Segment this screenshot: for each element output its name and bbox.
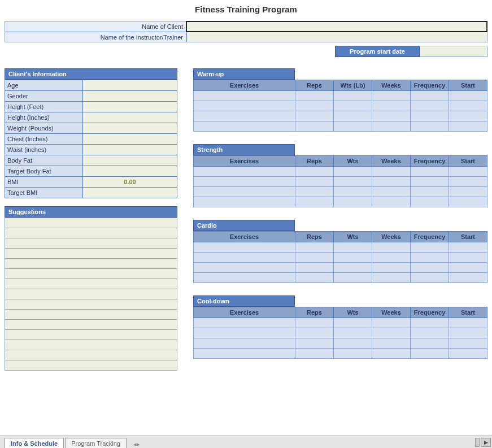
program-start-date-input[interactable] [420,46,487,57]
exercise-cell[interactable] [372,111,411,121]
exercise-cell[interactable] [411,197,449,207]
exercise-cell[interactable] [411,111,449,121]
exercise-cell[interactable] [194,338,295,349]
exercise-cell[interactable] [449,187,487,197]
exercise-cell[interactable] [295,242,334,253]
info-row-value[interactable] [83,112,177,123]
suggestion-cell[interactable] [5,259,177,269]
exercise-cell[interactable] [372,101,411,111]
exercise-cell[interactable] [372,177,411,187]
exercise-cell[interactable] [372,349,411,359]
suggestion-cell[interactable] [5,218,177,228]
exercise-cell[interactable] [372,318,411,328]
exercise-cell[interactable] [372,197,411,207]
exercise-cell[interactable] [372,338,411,349]
exercise-cell[interactable] [411,273,449,283]
info-row-value[interactable]: 0.00 [83,177,177,188]
info-row-value[interactable] [83,80,177,91]
exercise-cell[interactable] [295,177,334,187]
exercise-cell[interactable] [334,91,372,101]
exercise-cell[interactable] [449,338,487,349]
suggestion-cell[interactable] [5,310,177,320]
suggestion-cell[interactable] [5,340,177,350]
exercise-cell[interactable] [334,197,372,207]
info-row-value[interactable] [83,91,177,102]
exercise-cell[interactable] [449,273,487,283]
exercise-cell[interactable] [295,318,334,328]
exercise-cell[interactable] [334,167,372,177]
tab-program-tracking[interactable]: Program Tracking [65,438,127,448]
exercise-cell[interactable] [411,177,449,187]
exercise-cell[interactable] [449,177,487,187]
exercise-cell[interactable] [449,111,487,121]
exercise-cell[interactable] [411,318,449,328]
exercise-cell[interactable] [295,273,334,283]
exercise-cell[interactable] [194,349,295,359]
exercise-cell[interactable] [411,91,449,101]
info-row-value[interactable] [83,145,177,155]
exercise-cell[interactable] [372,328,411,338]
scroll-right-button[interactable]: ▶ [481,438,491,447]
exercise-cell[interactable] [334,253,372,263]
client-name-input[interactable] [186,21,487,32]
exercise-cell[interactable] [372,253,411,263]
exercise-cell[interactable] [411,187,449,197]
exercise-cell[interactable] [372,91,411,101]
exercise-cell[interactable] [194,318,295,328]
exercise-cell[interactable] [372,187,411,197]
exercise-cell[interactable] [372,121,411,132]
exercise-cell[interactable] [411,349,449,359]
exercise-cell[interactable] [194,253,295,263]
exercise-cell[interactable] [449,167,487,177]
suggestion-cell[interactable] [5,289,177,299]
exercise-cell[interactable] [449,242,487,253]
exercise-cell[interactable] [372,242,411,253]
suggestion-cell[interactable] [5,238,177,249]
suggestion-cell[interactable] [5,320,177,330]
exercise-cell[interactable] [334,338,372,349]
exercise-cell[interactable] [295,187,334,197]
exercise-cell[interactable] [372,263,411,273]
suggestion-cell[interactable] [5,249,177,259]
exercise-cell[interactable] [295,349,334,359]
suggestion-cell[interactable] [5,299,177,310]
exercise-cell[interactable] [449,121,487,132]
exercise-cell[interactable] [411,263,449,273]
exercise-cell[interactable] [411,242,449,253]
suggestion-cell[interactable] [5,360,177,371]
exercise-cell[interactable] [194,328,295,338]
exercise-cell[interactable] [295,111,334,121]
suggestion-cell[interactable] [5,269,177,279]
suggestion-cell[interactable] [5,279,177,289]
exercise-cell[interactable] [194,197,295,207]
exercise-cell[interactable] [295,197,334,207]
exercise-cell[interactable] [194,167,295,177]
exercise-cell[interactable] [295,263,334,273]
exercise-cell[interactable] [411,253,449,263]
exercise-cell[interactable] [194,273,295,283]
info-row-value[interactable] [83,102,177,112]
exercise-cell[interactable] [194,121,295,132]
exercise-cell[interactable] [295,101,334,111]
exercise-cell[interactable] [334,101,372,111]
exercise-cell[interactable] [295,121,334,132]
tab-info-schedule[interactable]: Info & Schedule [5,438,64,448]
exercise-cell[interactable] [411,121,449,132]
info-row-value[interactable] [83,166,177,177]
tab-options-icon[interactable]: ◂▸ [130,441,143,448]
suggestion-cell[interactable] [5,228,177,238]
trainer-name-input[interactable] [186,32,487,42]
exercise-cell[interactable] [334,242,372,253]
exercise-cell[interactable] [334,187,372,197]
exercise-cell[interactable] [449,101,487,111]
exercise-cell[interactable] [449,197,487,207]
exercise-cell[interactable] [449,91,487,101]
exercise-cell[interactable] [194,177,295,187]
exercise-cell[interactable] [194,101,295,111]
exercise-cell[interactable] [295,253,334,263]
exercise-cell[interactable] [334,318,372,328]
exercise-cell[interactable] [334,177,372,187]
exercise-cell[interactable] [334,349,372,359]
exercise-cell[interactable] [194,263,295,273]
exercise-cell[interactable] [372,167,411,177]
